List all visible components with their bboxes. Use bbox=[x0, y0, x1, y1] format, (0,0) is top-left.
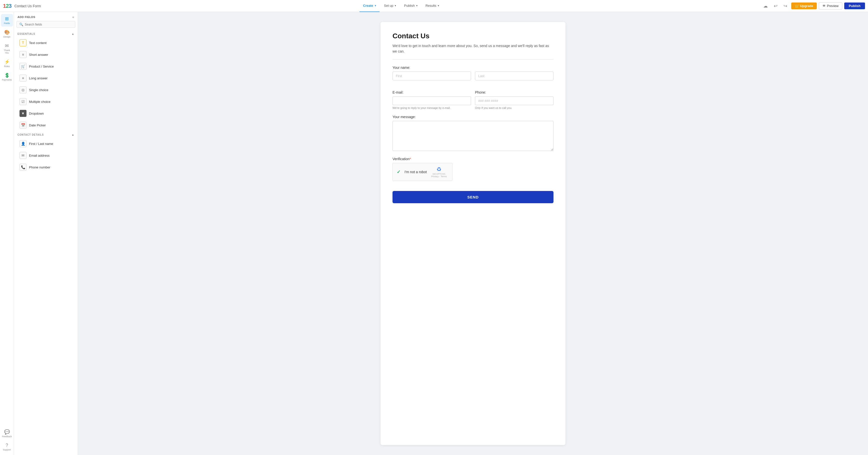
first-name-input[interactable] bbox=[393, 72, 471, 80]
cloud-save-button[interactable]: ☁ bbox=[761, 2, 770, 10]
nav-tabs: Create ▾ Set up ▾ Publish ▾ Results ▾ bbox=[360, 0, 442, 12]
sidebar-item-design[interactable]: 🎨 Design bbox=[1, 28, 13, 40]
sidebar-item-rules[interactable]: ⚡ Rules bbox=[1, 57, 13, 69]
field-text-content[interactable]: T Text content bbox=[16, 37, 76, 49]
phone-icon: 📞 bbox=[20, 164, 27, 171]
name-row bbox=[393, 72, 554, 85]
verification-group: Verification* ✓ I'm not a robot ♻ reCAPT… bbox=[393, 157, 554, 181]
add-fields-title: ADD FIELDS bbox=[18, 16, 35, 19]
crown-icon: 👑 bbox=[795, 4, 799, 8]
nav-actions: ☁ ↩ ↪ 👑 Upgrade 👁 Preview Publish bbox=[761, 2, 865, 10]
field-email-address[interactable]: ✉ Email address bbox=[16, 150, 76, 161]
send-button[interactable]: SEND bbox=[393, 191, 554, 203]
chevron-down-icon: ▾ bbox=[375, 4, 376, 7]
search-box: 🔍 bbox=[17, 21, 75, 28]
main-layout: ⊞ Fields 🎨 Design ✉ Thank You ⚡ Rules 💲 … bbox=[0, 12, 868, 455]
rules-icon: ⚡ bbox=[4, 59, 10, 64]
recaptcha-terms: Privacy - Terms bbox=[431, 175, 447, 178]
field-product-service[interactable]: 🛒 Product / Service bbox=[16, 61, 76, 72]
message-textarea[interactable] bbox=[393, 121, 554, 151]
your-name-group: Your name: bbox=[393, 65, 554, 85]
top-navigation: 123 Contact Us Form Create ▾ Set up ▾ Pu… bbox=[0, 0, 868, 12]
product-service-icon: 🛒 bbox=[20, 63, 27, 70]
field-short-answer[interactable]: ≡ Short answer bbox=[16, 49, 76, 60]
field-first-last-name[interactable]: 👤 First / Last name bbox=[16, 138, 76, 149]
form-canvas: Contact Us We'd love to get in touch and… bbox=[78, 12, 868, 455]
payments-icon: 💲 bbox=[4, 73, 10, 78]
eye-icon: 👁 bbox=[823, 4, 826, 8]
collapse-panel-button[interactable]: « bbox=[72, 15, 74, 19]
fields-list: ESSENTIALS ▲ T Text content ≡ Short answ… bbox=[14, 30, 78, 455]
fields-header: ADD FIELDS « bbox=[14, 12, 78, 21]
design-icon: 🎨 bbox=[4, 30, 10, 35]
phone-input[interactable] bbox=[475, 96, 554, 105]
essentials-section-header[interactable]: ESSENTIALS ▲ bbox=[14, 30, 78, 37]
last-name-input[interactable] bbox=[475, 72, 554, 80]
last-name-group bbox=[475, 72, 554, 80]
chevron-up-icon: ▲ bbox=[71, 32, 74, 35]
email-hint: We're going to reply to your message by … bbox=[393, 106, 471, 110]
fields-icon: ⊞ bbox=[5, 16, 9, 22]
sidebar-item-support[interactable]: ? Support bbox=[1, 441, 13, 453]
tab-results[interactable]: Results ▾ bbox=[422, 0, 442, 12]
short-answer-icon: ≡ bbox=[20, 51, 27, 58]
email-phone-row: E-mail: We're going to reply to your mes… bbox=[393, 90, 554, 115]
captcha-widget[interactable]: ✓ I'm not a robot ♻ reCAPTCHA Privacy - … bbox=[393, 163, 453, 181]
text-content-icon: T bbox=[20, 39, 27, 46]
sidebar-item-thank-you[interactable]: ✉ Thank You bbox=[1, 41, 13, 56]
email-input[interactable] bbox=[393, 96, 471, 105]
sidebar-item-fields[interactable]: ⊞ Fields bbox=[1, 14, 13, 27]
form-card: Contact Us We'd love to get in touch and… bbox=[380, 22, 565, 445]
search-input[interactable] bbox=[25, 23, 72, 26]
email-label: E-mail: bbox=[393, 90, 471, 94]
email-icon: ✉ bbox=[20, 152, 27, 159]
field-date-picker[interactable]: 📅 Date Picker bbox=[16, 119, 76, 131]
redo-button[interactable]: ↪ bbox=[781, 2, 789, 10]
phone-label: Phone: bbox=[475, 90, 554, 94]
sidebar-item-feedback[interactable]: 💬 Feedback bbox=[1, 427, 13, 440]
field-long-answer[interactable]: ≡ Long answer bbox=[16, 72, 76, 84]
recaptcha-label: reCAPTCHA bbox=[433, 173, 445, 175]
form-divider bbox=[393, 59, 554, 60]
search-icon: 🔍 bbox=[19, 23, 23, 26]
thankyou-icon: ✉ bbox=[5, 43, 9, 49]
your-name-label: Your name: bbox=[393, 65, 554, 69]
message-group: Your message: bbox=[393, 115, 554, 152]
phone-hint: Only if you want us to call you. bbox=[475, 106, 554, 110]
sidebar-item-payments[interactable]: 💲 Payments bbox=[1, 70, 13, 83]
first-name-group bbox=[393, 72, 471, 80]
upgrade-button[interactable]: 👑 Upgrade bbox=[791, 2, 817, 9]
recaptcha-icon: ♻ bbox=[436, 166, 441, 173]
date-picker-icon: 📅 bbox=[20, 122, 27, 129]
message-label: Your message: bbox=[393, 115, 554, 119]
single-choice-icon: ◎ bbox=[20, 86, 27, 93]
undo-button[interactable]: ↩ bbox=[772, 2, 779, 10]
captcha-label: I'm not a robot bbox=[404, 170, 427, 174]
chevron-down-icon: ▾ bbox=[416, 4, 417, 7]
chevron-down-icon: ▾ bbox=[438, 4, 439, 7]
check-icon: ✓ bbox=[397, 169, 401, 175]
tab-publish[interactable]: Publish ▾ bbox=[401, 0, 421, 12]
phone-group: Phone: Only if you want us to call you. bbox=[475, 90, 554, 110]
app-logo: 123 bbox=[3, 3, 11, 9]
fields-panel: ADD FIELDS « 🔍 ESSENTIALS ▲ T Text conte… bbox=[14, 12, 78, 455]
contact-details-section-header[interactable]: CONTACT DETAILS ▲ bbox=[14, 131, 78, 138]
field-single-choice[interactable]: ◎ Single choice bbox=[16, 84, 76, 95]
preview-button[interactable]: 👁 Preview bbox=[819, 2, 842, 9]
icon-sidebar: ⊞ Fields 🎨 Design ✉ Thank You ⚡ Rules 💲 … bbox=[0, 12, 14, 455]
tab-setup[interactable]: Set up ▾ bbox=[380, 0, 400, 12]
tab-create[interactable]: Create ▾ bbox=[360, 0, 379, 12]
verification-label: Verification* bbox=[393, 157, 554, 161]
field-phone-number[interactable]: 📞 Phone number bbox=[16, 162, 76, 173]
name-icon: 👤 bbox=[20, 140, 27, 147]
chevron-down-icon: ▾ bbox=[395, 4, 396, 7]
field-multiple-choice[interactable]: ☑ Multiple choice bbox=[16, 96, 76, 107]
form-name: Contact Us Form bbox=[14, 4, 41, 8]
dropdown-icon: ▼ bbox=[20, 110, 27, 117]
form-title: Contact Us bbox=[393, 32, 554, 40]
publish-button[interactable]: Publish bbox=[844, 2, 865, 9]
field-dropdown[interactable]: ▼ Dropdown bbox=[16, 108, 76, 119]
support-icon: ? bbox=[5, 443, 8, 448]
feedback-icon: 💬 bbox=[4, 429, 10, 435]
chevron-up-icon: ▲ bbox=[71, 133, 74, 136]
